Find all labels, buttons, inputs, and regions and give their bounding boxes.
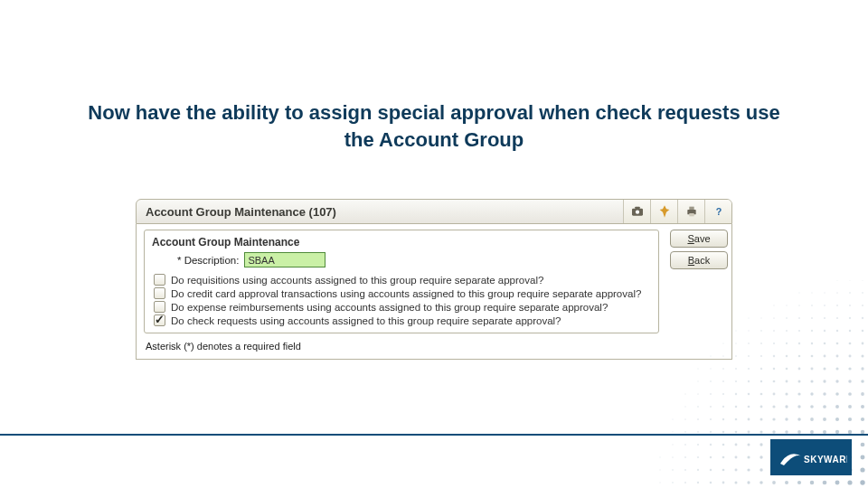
svg-point-56 <box>747 481 750 483</box>
svg-point-194 <box>835 380 838 382</box>
checkbox[interactable] <box>154 314 165 326</box>
svg-point-239 <box>862 343 864 345</box>
save-button[interactable]: Save <box>670 230 728 248</box>
svg-point-212 <box>811 368 814 371</box>
svg-point-93 <box>760 455 762 458</box>
svg-point-200 <box>760 380 763 383</box>
svg-point-77 <box>722 469 725 472</box>
svg-point-247 <box>760 343 762 344</box>
svg-point-94 <box>747 455 750 458</box>
svg-point-112 <box>760 443 762 446</box>
print-icon[interactable] <box>677 200 704 223</box>
svg-point-281 <box>824 305 826 306</box>
svg-point-147 <box>772 418 775 420</box>
svg-point-275 <box>748 317 749 318</box>
checkbox[interactable] <box>154 274 165 286</box>
svg-point-224 <box>861 354 863 357</box>
svg-rect-4 <box>689 207 693 210</box>
svg-point-51 <box>810 481 814 484</box>
option-row: Do expense reimbursements using accounts… <box>150 300 653 314</box>
svg-point-161 <box>823 405 826 408</box>
svg-point-227 <box>824 355 826 358</box>
svg-point-296 <box>862 280 863 281</box>
svg-point-118 <box>684 444 686 446</box>
svg-point-289 <box>849 292 851 294</box>
svg-point-101 <box>659 456 660 457</box>
svg-point-290 <box>836 292 838 294</box>
svg-point-221 <box>697 368 698 369</box>
svg-point-205 <box>697 380 699 382</box>
svg-point-259 <box>786 330 788 332</box>
svg-point-177 <box>835 392 839 396</box>
svg-point-80 <box>684 469 686 471</box>
svg-point-220 <box>710 368 712 370</box>
svg-point-99 <box>684 456 686 458</box>
description-input[interactable] <box>244 252 326 267</box>
svg-point-168 <box>735 406 737 408</box>
window-title: Account Group Maintenance (107) <box>137 200 623 223</box>
required-footnote: Asterisk (*) denotes a required field <box>144 337 659 357</box>
svg-point-169 <box>722 406 724 408</box>
svg-point-193 <box>848 380 851 382</box>
svg-point-160 <box>835 405 839 408</box>
svg-point-187 <box>710 393 712 395</box>
svg-point-74 <box>760 468 762 471</box>
svg-point-78 <box>710 469 712 472</box>
svg-point-262 <box>748 330 750 332</box>
svg-point-293 <box>798 292 800 294</box>
svg-point-211 <box>823 367 826 370</box>
svg-point-285 <box>773 305 775 306</box>
svg-point-175 <box>861 392 864 396</box>
svg-point-280 <box>836 305 838 306</box>
svg-point-233 <box>748 355 750 357</box>
svg-point-50 <box>823 481 827 485</box>
svg-point-172 <box>684 406 686 408</box>
svg-point-204 <box>710 380 712 382</box>
help-icon[interactable]: ? <box>704 200 731 223</box>
checkbox[interactable] <box>154 301 165 313</box>
svg-point-240 <box>849 343 852 345</box>
svg-point-180 <box>797 392 800 395</box>
app-window: Account Group Maintenance (107) ? Accoun… <box>136 199 732 360</box>
svg-point-241 <box>836 343 839 345</box>
svg-point-159 <box>848 405 852 408</box>
svg-point-267 <box>849 317 851 319</box>
svg-point-229 <box>798 355 801 358</box>
svg-point-54 <box>772 481 776 484</box>
svg-point-57 <box>734 481 737 483</box>
svg-point-167 <box>748 406 750 408</box>
svg-point-225 <box>849 355 852 358</box>
svg-point-165 <box>772 405 775 408</box>
back-button[interactable]: Back <box>670 251 728 269</box>
svg-point-63 <box>659 482 661 483</box>
svg-point-146 <box>785 418 788 420</box>
section-heading: Account Group Maintenance <box>150 234 653 252</box>
checkbox[interactable] <box>154 287 165 299</box>
svg-point-244 <box>798 343 800 344</box>
option-label: Do credit card approval transactions usi… <box>171 288 641 299</box>
svg-point-201 <box>748 380 750 382</box>
svg-point-298 <box>836 280 837 281</box>
svg-point-76 <box>735 469 738 472</box>
svg-text:?: ? <box>715 206 722 217</box>
camera-icon[interactable] <box>623 200 650 223</box>
svg-point-288 <box>862 292 863 294</box>
svg-point-249 <box>735 343 737 344</box>
svg-point-291 <box>824 292 826 294</box>
svg-point-182 <box>773 393 776 396</box>
svg-point-284 <box>786 305 788 306</box>
svg-point-142 <box>835 418 839 421</box>
svg-point-210 <box>835 367 838 370</box>
skyward-logo: SKYWARD <box>770 439 852 475</box>
svg-point-196 <box>810 380 813 382</box>
pin-icon[interactable] <box>650 200 677 223</box>
svg-point-66 <box>860 467 864 472</box>
svg-point-143 <box>823 418 826 421</box>
svg-point-217 <box>748 368 750 370</box>
svg-point-231 <box>773 355 775 357</box>
svg-point-185 <box>735 393 737 395</box>
svg-point-256 <box>824 330 826 332</box>
svg-point-243 <box>811 343 814 345</box>
svg-point-218 <box>735 368 737 370</box>
svg-point-297 <box>849 280 851 281</box>
